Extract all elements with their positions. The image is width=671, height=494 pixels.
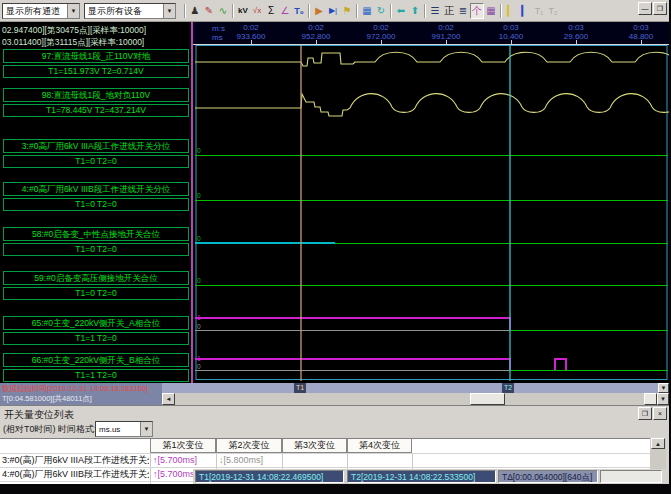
trace-channel-98: [195, 94, 669, 116]
tick-label: 0:0310.400: [488, 23, 534, 41]
phase-icon[interactable]: 个: [470, 3, 484, 19]
back-arrow-icon[interactable]: ⬅: [394, 3, 408, 19]
trace-channel-97: [195, 52, 669, 66]
soe-panel-title: 开关量变位列表: [4, 408, 74, 422]
channel-filter-value: 显示所有通道: [3, 5, 67, 18]
chevron-down-icon[interactable]: ▼: [140, 422, 152, 436]
status-t1-time: T1[2019-12-31 14:08:22.469500]: [195, 470, 344, 483]
channel-item-98[interactable]: 98:直流母线1段_地对负110V T1=78.445V T2=437.214V: [3, 88, 189, 117]
flag-icon[interactable]: ⚑: [340, 3, 354, 19]
trace-channel-66-pulse: [555, 359, 566, 370]
channel-values: T1=0 T2=0: [3, 198, 189, 211]
t1-cursor-icon[interactable]: T₁: [532, 3, 546, 19]
scrollbar-thumb[interactable]: [470, 393, 505, 405]
horizontal-scrollbar[interactable]: ◄ ▼: [162, 393, 669, 405]
level-label: 0: [197, 323, 201, 330]
time-axis: m:s ms 0:02933.600 0:02952.800 0:02972.0…: [193, 22, 669, 45]
time-format-value: ms.us: [96, 425, 140, 434]
channel-item-3[interactable]: 3:#0高厂用6kV IIIA段工作进线开关分位 T1=0 T2=0: [3, 139, 189, 168]
sqrt-icon[interactable]: √x: [250, 3, 264, 19]
toolbar-separator: [232, 4, 234, 18]
channel-label: 58:#0启备变_中性点接地开关合位: [3, 227, 189, 241]
scroll-up-icon[interactable]: ▲: [651, 438, 665, 449]
close-panel-button[interactable]: ×: [653, 407, 667, 420]
toolbar-separator: [424, 4, 426, 18]
t1-cursor-tag[interactable]: T1: [294, 383, 306, 393]
channel-values: T1=0 T2=0: [3, 243, 189, 256]
channel-item-97[interactable]: 97:直流母线1段_正110V对地 T1=151.973V T2=0.714V: [3, 49, 189, 78]
cursor-info-header: 02.947400][第30475点][采样率:10000] 03.011400…: [0, 22, 191, 49]
stamp-icon[interactable]: ♟: [188, 3, 202, 19]
status-bar: T1[2019-12-31 14:08:22.469500] T2[2019-1…: [193, 469, 669, 484]
channel-item-58[interactable]: 58:#0启备变_中性点接地开关合位 T1=0 T2=0: [3, 227, 189, 256]
time-format-combobox[interactable]: ms.us ▼: [95, 421, 153, 437]
seek-end-icon[interactable]: ▶|: [326, 3, 340, 19]
play-icon[interactable]: ▶: [312, 3, 326, 19]
minimize-button[interactable]: —: [638, 2, 652, 15]
channel-filter-combobox[interactable]: 显示所有通道 ▼: [2, 3, 80, 19]
scroll-right-icon[interactable]: ▼: [657, 393, 669, 405]
channel-values: T1=0 T2=0: [3, 155, 189, 168]
waveform-plot[interactable]: 0 0 0 0 1 0 1 0: [195, 45, 669, 381]
scroll-down-icon[interactable]: ▼: [658, 383, 669, 393]
row-change-2: ↓[5.800ms]: [219, 454, 281, 467]
toolbar-separator: [390, 4, 392, 18]
channel-item-66[interactable]: 66:#0主变_220kV侧开关_B相合位 T1=1 T2=0: [3, 353, 189, 382]
blue-bar-icon[interactable]: ▎: [518, 3, 532, 19]
trace-channel-65-high: [195, 318, 510, 330]
restore-button[interactable]: ❐: [653, 2, 667, 15]
channel-values: T1=1 T2=0: [3, 369, 189, 382]
cursor-label-strip: T1 T2 ▼: [162, 383, 669, 393]
axis-tick: [446, 40, 447, 44]
tick-label: 0:0348.800: [618, 23, 664, 41]
tick-label: 0:0329.600: [553, 23, 599, 41]
device-filter-combobox[interactable]: 显示所有设备 ▼: [84, 3, 176, 19]
axis-tick: [251, 40, 252, 44]
channel-item-59[interactable]: 59:#0启备变高压侧接地开关合位 T1=0 T2=0: [3, 271, 189, 300]
panel-separator: [191, 22, 193, 383]
kv-icon[interactable]: kV: [236, 3, 250, 19]
list-icon[interactable]: ☰: [428, 3, 442, 19]
channel-item-4[interactable]: 4:#0高厂用6kV IIIB段工作进线开关分位 T1=0 T2=0: [3, 182, 189, 211]
cursor-info-line2: 03.011400][第31115点][采样率:10000]: [2, 36, 191, 48]
t2-cursor-tag[interactable]: T2: [502, 383, 514, 393]
chevron-down-icon[interactable]: ▼: [67, 4, 79, 18]
status-t2-time: T2[2019-12-31 14:08:22.533500]: [347, 470, 496, 483]
panel-grid-icon[interactable]: ▦: [484, 3, 498, 19]
angle-icon[interactable]: ∠: [278, 3, 292, 19]
scrollbar-grip[interactable]: [644, 393, 657, 405]
sequence-list-icon[interactable]: ≣: [456, 3, 470, 19]
float-panel-button[interactable]: ❐: [638, 407, 652, 420]
record-info-box: 数据起始时间[2019-12-31 14:08:18.383160] T[0:0…: [0, 383, 162, 405]
refresh-icon[interactable]: ↻: [374, 3, 388, 19]
trace-channel-66-high: [195, 359, 510, 370]
level-label: 0: [197, 147, 201, 154]
toolbar: 显示所有通道 ▼ 显示所有设备 ▼ ♟ ✎ ∿ kV √x Σ ∠ T₀ ▶ ▶…: [0, 0, 669, 22]
level-label: 1: [197, 314, 201, 321]
yellow-bar-icon[interactable]: ▎: [504, 3, 518, 19]
device-filter-value: 显示所有设备: [85, 5, 163, 18]
channel-label: 4:#0高厂用6kV IIIB段工作进线开关分位: [3, 182, 189, 196]
axis-tick: [576, 40, 577, 44]
level-label: 0: [197, 363, 201, 370]
channel-item-65[interactable]: 65:#0主变_220kV侧开关_A相合位 T1=1 T2=0: [3, 316, 189, 345]
t2-cursor-icon[interactable]: T₂: [546, 3, 560, 19]
channel-values: T1=1 T2=0: [3, 332, 189, 345]
up-arrow-icon[interactable]: ⬆: [408, 3, 422, 19]
record-start-time: 数据起始时间[2019-12-31 14:08:18.383160]: [0, 383, 162, 394]
channel-label: 97:直流母线1段_正110V对地: [3, 49, 189, 63]
zheng-icon[interactable]: 正: [442, 3, 456, 19]
column-header-4: 第4次变位: [347, 439, 412, 453]
toolbar-separator: [184, 4, 186, 18]
pen-icon[interactable]: ✎: [202, 3, 216, 19]
grid-window-icon[interactable]: ▦: [360, 3, 374, 19]
cursor-info-line1: 02.947400][第30475点][采样率:10000]: [2, 24, 191, 36]
wave-icon[interactable]: ∿: [216, 3, 230, 19]
chevron-down-icon[interactable]: ▼: [163, 4, 175, 18]
t0-icon[interactable]: T₀: [292, 3, 306, 19]
tick-label: 0:02933.600: [228, 23, 274, 41]
scroll-left-icon[interactable]: ◄: [162, 393, 175, 405]
column-header-2: 第2次变位: [216, 439, 282, 453]
tick-label: 0:02952.800: [293, 23, 339, 41]
sigma-icon[interactable]: Σ: [264, 3, 278, 19]
